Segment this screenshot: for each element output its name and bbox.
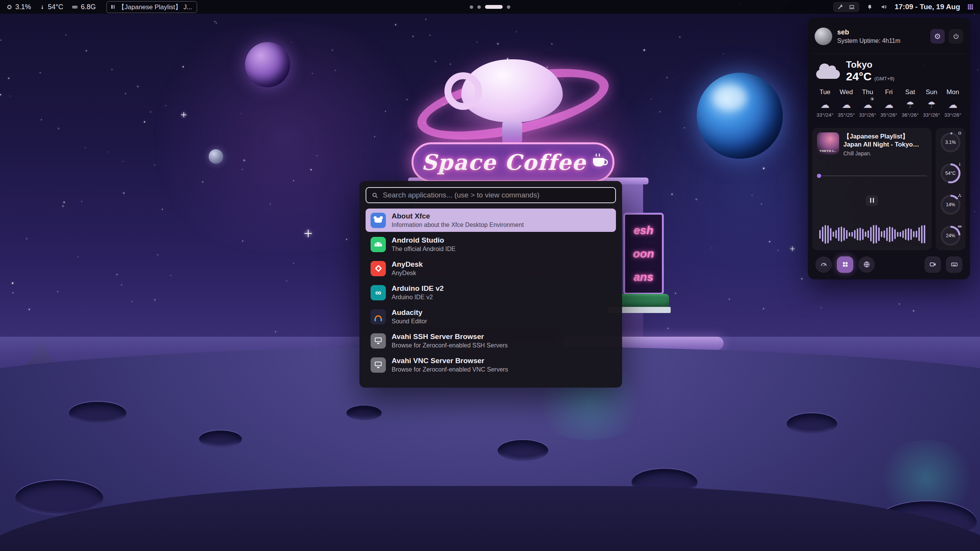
app-description: AnyDesk [392,270,423,277]
coffee-cup-icon [593,158,604,166]
workspace-active[interactable] [485,5,503,9]
crater [69,402,126,424]
app-description: The official Android IDE [392,246,456,253]
search-input[interactable] [383,191,610,199]
weather-widget: Tokyo 24°C (GMT+9) Tue ☁ 33°/24° Wed ☁ 3… [812,54,965,125]
forecast-day: Sun ☂ 33°/26° [921,88,942,118]
workspace-dot[interactable] [470,5,473,9]
app-name: Arduino IDE v2 [392,284,444,293]
neon-sign: Space Coffee [412,142,614,182]
android-studio-icon [371,237,386,252]
workspace-dot[interactable] [477,5,481,9]
app-grid-icon[interactable] [967,3,974,10]
rain-icon: ☂ [924,99,938,109]
neon-sign-text: Space Coffee [421,150,586,175]
floating-cup [461,59,563,122]
screen-record-button[interactable] [924,256,941,273]
settings-button[interactable]: ⚙ [930,29,945,44]
media-title: 【Japanese Playlist】 Japan All Night - To… [843,132,927,149]
now-playing-pill[interactable]: 【Japanese Playlist】 J... [106,1,197,13]
app-name: Android Studio [392,236,456,245]
weather-city: Tokyo [846,59,894,70]
app-row-audacity[interactable]: Audacity Sound Editor [366,305,616,328]
clock[interactable]: 17:09 - Tue, 19 Aug [895,3,960,11]
arduino-icon: ∞ [371,285,386,300]
user-name: seb [837,28,900,36]
avahi-icon [371,357,386,373]
window-neon-text: esh [634,224,653,237]
memory-gauge: 24% [941,226,960,246]
app-row-avahi-vnc[interactable]: Avahi VNC Server Browser Browse for Zero… [366,353,616,377]
app-row-about-xfce[interactable]: About Xfce Information about the Xfce De… [366,209,616,232]
purple-planet [245,42,290,87]
progress-handle[interactable] [817,174,821,178]
globe-icon [863,261,871,268]
forecast-day: Sat ☂ 36°/26° [900,88,921,118]
media-progress[interactable] [817,173,927,178]
gear-icon: ⚙ [934,32,941,41]
app-list: About Xfce Information about the Xfce De… [366,209,616,381]
forecast-day: Tue ☁ 33°/24° [815,88,835,118]
app-description: Sound Editor [392,318,427,325]
crater [498,440,548,461]
xfce-icon [371,213,386,228]
power-icon [952,33,960,40]
top-bar-right: 17:09 - Tue, 19 Aug [833,2,980,12]
memory-icon [72,4,78,10]
workspace-dot[interactable] [507,5,510,9]
tray-tools[interactable] [833,2,859,12]
top-bar-left: 3.1% 54°C 6.8G 【Japanese Playlist】 J... [0,1,197,13]
temperature-stat: 54°C [39,3,63,11]
launcher-search[interactable] [366,187,616,203]
cpu-stat: 3.1% [6,3,31,11]
fan-gauge: 14% [941,195,960,215]
notifications-bell-icon[interactable] [866,3,873,10]
cloud-icon: ☁ [818,99,832,109]
crater [346,406,382,420]
keyboard-button[interactable] [946,256,962,273]
workspace-indicator[interactable] [470,0,510,14]
cpu-icon [6,4,13,10]
web-button[interactable] [858,256,875,273]
waveform [817,223,927,246]
small-moon [209,149,223,164]
app-launcher: About Xfce Information about the Xfce De… [359,181,622,388]
keyboard-icon [951,261,958,268]
gauge-icon [820,261,828,268]
app-name: AnyDesk [392,260,423,269]
video-camera-icon [929,261,937,268]
temperature-gauge: 54°C [941,163,960,183]
app-row-arduino[interactable]: ∞ Arduino IDE v2 Arduino IDE v2 [366,281,616,304]
app-row-android-studio[interactable]: Android Studio The official Android IDE [366,233,616,256]
cup-stand [502,121,522,144]
system-uptime: System Uptime: 4h11m [837,37,900,44]
app-name: Avahi SSH Server Browser [392,333,508,341]
memory-stat: 6.8G [72,3,96,11]
earth-planet [697,73,783,159]
crater [787,413,837,434]
forecast-day: Fri ☁ 35°/26° [879,88,899,118]
laptop-icon [848,4,855,10]
power-button[interactable] [949,29,963,44]
app-name: About Xfce [392,212,524,220]
window-neon-text: oon [633,247,654,260]
user-card: seb System Uptime: 4h11m ⚙ [812,22,965,51]
apps-button[interactable] [837,256,853,273]
pause-button[interactable] [866,195,878,206]
star-sparkle [181,112,186,117]
monitor-button[interactable] [815,256,832,273]
forecast-day: Mon ☁ 33°/26° [942,88,963,118]
app-description: Browse for Zeroconf-enabled VNC Servers [392,366,508,373]
cloud-icon: ☁ [882,99,896,109]
app-description: Browse for Zeroconf-enabled SSH Servers [392,342,508,349]
app-description: Arduino IDE v2 [392,294,444,301]
app-description: Information about the Xfce Desktop Envir… [392,222,524,228]
app-row-avahi-ssh[interactable]: Avahi SSH Server Browser Browse for Zero… [366,329,616,352]
memory-icon [957,224,962,229]
system-gauges: 3.1% 54°C 14% 24% [936,128,965,250]
app-row-anydesk[interactable]: AnyDesk AnyDesk [366,257,616,280]
volume-icon[interactable] [880,3,888,10]
top-bar: 3.1% 54°C 6.8G 【Japanese Playlist】 J... … [0,0,980,14]
partly-sunny-icon: ☀☁ [861,99,874,109]
apps-grid-icon [842,261,849,268]
